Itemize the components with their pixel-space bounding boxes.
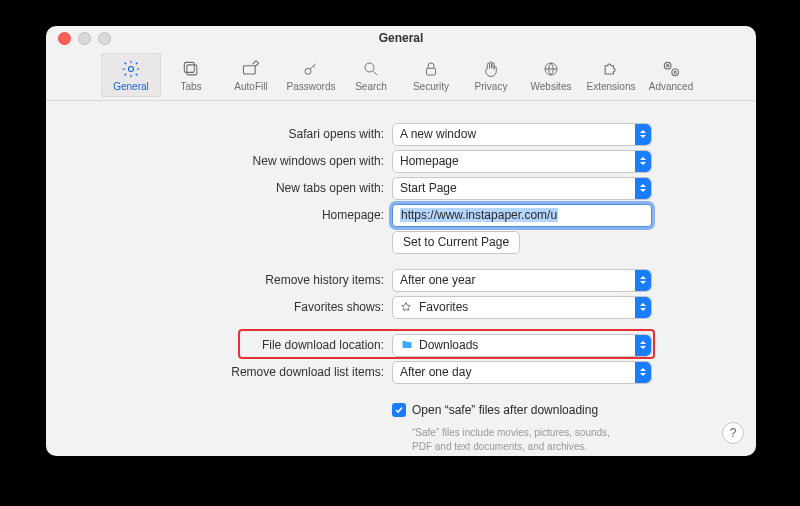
- tab-label: Websites: [531, 81, 572, 92]
- puzzle-icon: [601, 58, 621, 80]
- opens-with-label: Safari opens with:: [46, 127, 392, 141]
- gear-icon: [121, 58, 141, 80]
- lock-icon: [422, 58, 440, 80]
- tab-label: AutoFill: [234, 81, 267, 92]
- tab-general[interactable]: General: [101, 53, 161, 97]
- key-icon: [302, 58, 320, 80]
- remove-downloads-select[interactable]: After one day: [392, 361, 652, 384]
- remove-downloads-label: Remove download list items:: [46, 365, 392, 379]
- globe-icon: [542, 58, 560, 80]
- tab-security[interactable]: Security: [401, 53, 461, 97]
- chevron-up-down-icon: [635, 124, 651, 145]
- download-location-value: Downloads: [419, 338, 478, 352]
- open-safe-hint: “Safe” files include movies, pictures, s…: [412, 424, 712, 453]
- svg-point-9: [672, 69, 679, 76]
- preferences-toolbar: General Tabs AutoFill Passwords Search: [46, 50, 756, 101]
- folder-icon: [400, 338, 414, 352]
- svg-point-5: [365, 63, 374, 72]
- new-tabs-value: Start Page: [400, 181, 457, 195]
- svg-point-8: [664, 62, 671, 69]
- new-windows-value: Homepage: [400, 154, 459, 168]
- tab-websites[interactable]: Websites: [521, 53, 581, 97]
- tab-extensions[interactable]: Extensions: [581, 53, 641, 97]
- favorites-label: Favorites shows:: [46, 300, 392, 314]
- checkbox-checked-icon: [392, 403, 406, 417]
- chevron-up-down-icon: [635, 270, 651, 291]
- favorites-select[interactable]: Favorites: [392, 296, 652, 319]
- tab-label: Advanced: [649, 81, 693, 92]
- new-windows-select[interactable]: Homepage: [392, 150, 652, 173]
- gears-icon: [660, 58, 682, 80]
- tab-autofill[interactable]: AutoFill: [221, 53, 281, 97]
- svg-rect-1: [187, 65, 197, 75]
- chevron-up-down-icon: [635, 297, 651, 318]
- remove-history-select[interactable]: After one year: [392, 269, 652, 292]
- titlebar: General: [46, 26, 756, 50]
- homepage-input[interactable]: https://www.instapaper.com/u: [392, 204, 652, 227]
- chevron-up-down-icon: [635, 151, 651, 172]
- chevron-up-down-icon: [635, 335, 651, 356]
- tab-label: Privacy: [475, 81, 508, 92]
- star-icon: [400, 300, 414, 314]
- help-button[interactable]: ?: [722, 422, 744, 444]
- remove-history-value: After one year: [400, 273, 475, 287]
- chevron-up-down-icon: [635, 178, 651, 199]
- set-current-page-button[interactable]: Set to Current Page: [392, 231, 520, 254]
- svg-point-10: [667, 65, 669, 67]
- svg-rect-3: [244, 66, 256, 74]
- tab-label: Tabs: [180, 81, 201, 92]
- favorites-value: Favorites: [419, 300, 468, 314]
- hand-icon: [482, 58, 500, 80]
- tab-label: General: [113, 81, 149, 92]
- homepage-value: https://www.instapaper.com/u: [400, 208, 558, 222]
- search-icon: [362, 58, 380, 80]
- tab-privacy[interactable]: Privacy: [461, 53, 521, 97]
- svg-rect-6: [427, 68, 436, 75]
- svg-rect-2: [184, 62, 194, 72]
- tab-tabs[interactable]: Tabs: [161, 53, 221, 97]
- open-safe-label: Open “safe” files after downloading: [412, 403, 598, 417]
- pencil-box-icon: [240, 58, 262, 80]
- opens-with-value: A new window: [400, 127, 476, 141]
- general-pane: Safari opens with: A new window New wind…: [46, 104, 756, 456]
- download-location-label: File download location:: [46, 338, 392, 352]
- opens-with-select[interactable]: A new window: [392, 123, 652, 146]
- svg-point-11: [674, 71, 676, 73]
- tab-search[interactable]: Search: [341, 53, 401, 97]
- tab-label: Security: [413, 81, 449, 92]
- remove-downloads-value: After one day: [400, 365, 471, 379]
- tab-label: Passwords: [287, 81, 336, 92]
- tab-label: Search: [355, 81, 387, 92]
- new-tabs-select[interactable]: Start Page: [392, 177, 652, 200]
- homepage-label: Homepage:: [46, 208, 392, 222]
- window-title: General: [46, 31, 756, 45]
- tabs-icon: [181, 58, 201, 80]
- tab-label: Extensions: [587, 81, 636, 92]
- preferences-window: General General Tabs AutoFill Passwords: [46, 26, 756, 456]
- svg-point-4: [305, 68, 311, 74]
- remove-history-label: Remove history items:: [46, 273, 392, 287]
- new-windows-label: New windows open with:: [46, 154, 392, 168]
- new-tabs-label: New tabs open with:: [46, 181, 392, 195]
- svg-point-0: [129, 67, 134, 72]
- open-safe-checkbox[interactable]: Open “safe” files after downloading: [392, 403, 692, 417]
- download-location-select[interactable]: Downloads: [392, 334, 652, 357]
- chevron-up-down-icon: [635, 362, 651, 383]
- tab-advanced[interactable]: Advanced: [641, 53, 701, 97]
- tab-passwords[interactable]: Passwords: [281, 53, 341, 97]
